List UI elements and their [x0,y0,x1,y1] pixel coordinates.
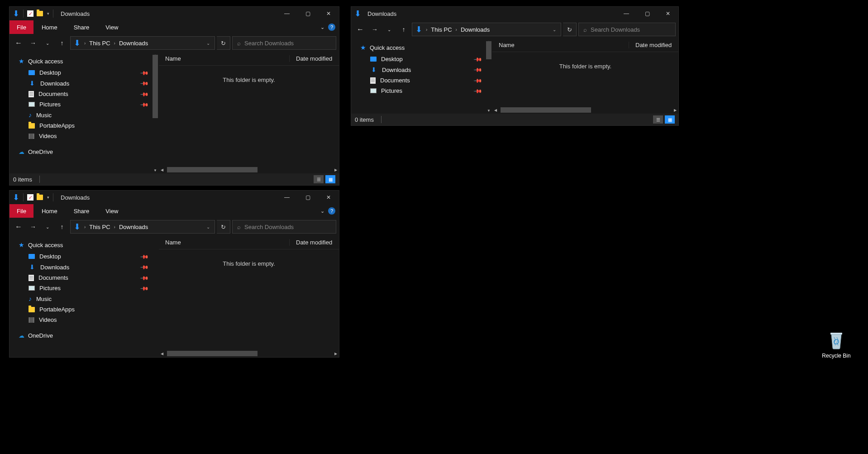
tab-view[interactable]: View [97,20,126,34]
recent-locations-button[interactable]: ⌄ [41,37,54,49]
recycle-bin-desktop-icon[interactable]: Recycle Bin [818,330,854,359]
breadcrumb-current[interactable]: Downloads [119,224,148,230]
scroll-right-icon[interactable]: ▶ [672,106,678,114]
sidebar-item-music[interactable]: ♪Music [19,293,159,304]
scrollbar-thumb[interactable] [501,107,591,113]
sidebar-item-downloads[interactable]: ⬇Downloads📌 [19,78,159,89]
column-date-modified[interactable]: Date modified [289,239,339,246]
recent-locations-button[interactable]: ⌄ [383,23,396,36]
titlebar[interactable]: ⬇ ✓ ▾ Downloads — ▢ ✕ [10,191,339,204]
scrollbar-thumb[interactable] [167,351,258,356]
sidebar-quick-access[interactable]: ★Quick access [19,239,159,251]
breadcrumb-thispc[interactable]: This PC [431,26,452,33]
tab-share[interactable]: Share [66,204,98,218]
scrollbar-thumb[interactable] [486,41,491,59]
up-button[interactable]: ↑ [56,220,68,233]
recent-locations-button[interactable]: ⌄ [41,220,54,233]
list-scrollbar-horizontal[interactable]: ◀ ▶ [159,166,339,173]
address-bar[interactable]: ⬇ › This PC › Downloads ⌄ [412,23,561,36]
close-button[interactable]: ✕ [318,191,339,204]
list-scrollbar-horizontal[interactable]: ◀ ▶ [492,106,678,114]
details-view-button[interactable]: ☰ [314,175,324,183]
titlebar[interactable]: ⬇ ✓ ▾ Downloads — ▢ ✕ [10,7,339,20]
column-date-modified[interactable]: Date modified [289,55,339,62]
sidebar-scrollbar[interactable]: ▲ ▼ [485,38,492,114]
search-box[interactable]: ⌕ Search Downloads [578,23,676,36]
scroll-right-icon[interactable]: ▶ [333,166,339,173]
minimize-button[interactable]: — [616,7,637,20]
scroll-right-icon[interactable]: ▶ [333,350,339,357]
qat-dropdown-icon[interactable]: ▾ [47,11,49,16]
up-button[interactable]: ↑ [56,37,68,49]
address-history-icon[interactable]: ⌄ [205,41,212,46]
sidebar-item-music[interactable]: ♪Music [19,110,159,120]
details-view-button[interactable]: ☰ [653,115,663,124]
tab-home[interactable]: Home [33,20,66,34]
sidebar-item-pictures[interactable]: Pictures📌 [19,283,159,293]
sidebar-onedrive[interactable]: ☁OneDrive [19,330,159,342]
sidebar-item-portableapps[interactable]: PortableApps [19,304,159,315]
sidebar-item-downloads[interactable]: ⬇Downloads📌 [19,262,159,272]
sidebar-item-downloads[interactable]: ⬇Downloads📌 [360,64,492,75]
scroll-down-icon[interactable]: ▼ [152,167,159,173]
help-icon[interactable]: ? [328,24,335,31]
refresh-button[interactable]: ↻ [563,23,577,36]
thumbnails-view-button[interactable]: ▦ [665,115,675,124]
back-button[interactable]: ← [12,37,25,49]
sidebar-quick-access[interactable]: ★Quick access [360,42,492,54]
column-name[interactable]: Name [159,239,289,246]
sidebar-item-pictures[interactable]: Pictures📌 [360,86,492,96]
minimize-button[interactable]: — [277,191,297,204]
tab-home[interactable]: Home [33,204,66,218]
close-button[interactable]: ✕ [658,7,678,20]
tab-file[interactable]: File [10,20,33,34]
properties-icon[interactable]: ✓ [27,10,33,17]
qat-dropdown-icon[interactable]: ▾ [47,195,49,200]
breadcrumb-thispc[interactable]: This PC [89,40,110,47]
tab-share[interactable]: Share [66,20,98,34]
column-name[interactable]: Name [492,42,629,48]
search-box[interactable]: ⌕ Search Downloads [232,220,336,234]
sidebar-item-documents[interactable]: Documents📌 [19,89,159,99]
new-folder-icon[interactable] [36,10,43,17]
sidebar-scrollbar[interactable]: ▲ ▼ [152,52,159,173]
column-name[interactable]: Name [159,55,289,62]
maximize-button[interactable]: ▢ [297,191,318,204]
back-button[interactable]: ← [354,23,367,36]
back-button[interactable]: ← [12,220,25,233]
tab-file[interactable]: File [10,204,33,218]
maximize-button[interactable]: ▢ [297,7,318,20]
scrollbar-thumb[interactable] [153,55,158,118]
forward-button[interactable]: → [27,37,39,49]
thumbnails-view-button[interactable]: ▦ [325,175,335,183]
refresh-button[interactable]: ↻ [217,220,230,234]
breadcrumb-current[interactable]: Downloads [119,40,148,47]
maximize-button[interactable]: ▢ [637,7,658,20]
sidebar-item-desktop[interactable]: Desktop📌 [19,251,159,262]
scroll-down-icon[interactable]: ▼ [485,107,492,114]
sidebar-item-pictures[interactable]: Pictures📌 [19,99,159,110]
column-date-modified[interactable]: Date modified [629,42,678,48]
forward-button[interactable]: → [27,220,39,233]
sidebar-item-documents[interactable]: Documents📌 [19,272,159,283]
up-button[interactable]: ↑ [397,23,410,36]
tab-view[interactable]: View [97,204,126,218]
titlebar[interactable]: ⬇ Downloads — ▢ ✕ [351,7,678,20]
ribbon-expand-icon[interactable]: ⌄ [320,24,324,30]
sidebar-quick-access[interactable]: ★Quick access [19,56,159,67]
address-history-icon[interactable]: ⌄ [205,225,212,229]
address-bar[interactable]: ⬇ › This PC › Downloads ⌄ [70,220,215,234]
sidebar-item-desktop[interactable]: Desktop📌 [360,54,492,64]
sidebar-item-desktop[interactable]: Desktop📌 [19,67,159,78]
list-scrollbar-horizontal[interactable]: ◀ ▶ [159,350,339,357]
sidebar-item-videos[interactable]: Videos [19,315,159,325]
address-bar[interactable]: ⬇ › This PC › Downloads ⌄ [70,36,215,50]
search-box[interactable]: ⌕ Search Downloads [232,36,336,50]
scroll-left-icon[interactable]: ◀ [159,166,165,173]
sidebar-item-documents[interactable]: Documents📌 [360,75,492,86]
scrollbar-thumb[interactable] [167,167,258,172]
scroll-left-icon[interactable]: ◀ [159,350,165,357]
address-history-icon[interactable]: ⌄ [551,27,558,32]
minimize-button[interactable]: — [277,7,297,20]
properties-icon[interactable]: ✓ [27,194,33,201]
